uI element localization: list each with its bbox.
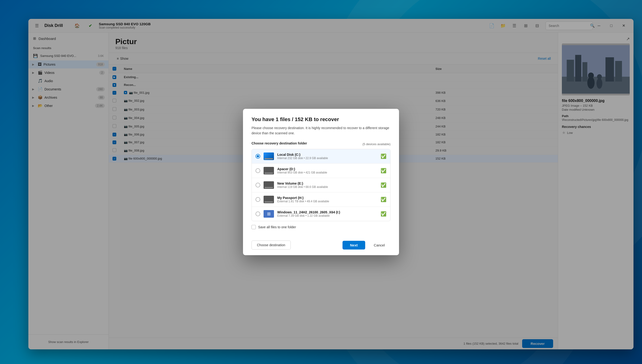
device-radio-2[interactable]	[256, 183, 260, 188]
device-radio-1[interactable]	[256, 168, 260, 173]
device-info-0: Local Disk (C:) Internal 232 GB disk • 2…	[277, 153, 377, 160]
modal-actions: Next Cancel	[342, 241, 390, 250]
device-radio-3[interactable]	[256, 197, 260, 202]
device-detail-2: Internal 119 GB disk • 68.6 GB available	[277, 185, 377, 188]
device-item-new-volume-e[interactable]: New Volume (E:) Internal 119 GB disk • 6…	[252, 178, 390, 192]
device-detail-3: External 1.81 TB disk • 49.4 GB availabl…	[277, 200, 377, 203]
save-one-folder-row: Save all files to one folder	[252, 221, 390, 231]
device-detail-1: Internal 953 GB disk • 421 GB available	[277, 171, 377, 174]
device-ok-icon-4: ✅	[380, 211, 386, 217]
device-item-my-passport-h[interactable]: My Passport (H:) External 1.81 TB disk •…	[252, 192, 390, 207]
device-ok-icon-2: ✅	[380, 182, 386, 188]
modal-devices-count: (5 devices available)	[362, 142, 390, 146]
device-ok-icon-1: ✅	[380, 168, 386, 174]
devices-list: Local Disk (C:) Internal 232 GB disk • 2…	[252, 149, 390, 221]
device-name-4: Windows_11_24H2_26100_2605_X64 (I:)	[277, 210, 377, 214]
device-info-2: New Volume (E:) Internal 119 GB disk • 6…	[277, 182, 377, 188]
save-one-folder-label: Save all files to one folder	[258, 225, 296, 229]
device-radio-4[interactable]	[256, 212, 260, 216]
device-item-local-c[interactable]: Local Disk (C:) Internal 232 GB disk • 2…	[252, 149, 390, 164]
device-name-3: My Passport (H:)	[277, 196, 377, 200]
modal-overlay: You have 1 files / 152 KB to recover Ple…	[0, 0, 642, 364]
device-info-4: Windows_11_24H2_26100_2605_X64 (I:) Exte…	[277, 210, 377, 218]
device-icon-apacer-d	[264, 167, 274, 174]
device-name-0: Local Disk (C:)	[277, 153, 377, 156]
device-name-2: New Volume (E:)	[277, 182, 377, 185]
device-icon-my-passport-h	[264, 196, 274, 203]
cancel-button[interactable]: Cancel	[368, 241, 390, 250]
device-item-windows-usb-i[interactable]: ⊞ Windows_11_24H2_26100_2605_X64 (I:) Ex…	[252, 207, 390, 221]
choose-destination-button[interactable]: Choose destination	[252, 240, 291, 250]
device-detail-4: External 7.39 GB disk • 1.22 GB availabl…	[277, 214, 377, 218]
device-icon-new-volume-e	[264, 181, 274, 189]
recovery-destination-modal: You have 1 files / 152 KB to recover Ple…	[243, 109, 399, 256]
device-item-apacer-d[interactable]: Apacer (D:) Internal 953 GB disk • 421 G…	[252, 164, 390, 178]
device-name-1: Apacer (D:)	[277, 167, 377, 171]
device-icon-local-c	[264, 152, 274, 160]
modal-description: Please choose recovery destination. It i…	[252, 125, 390, 136]
modal-section-title: Choose recovery destination folder	[252, 142, 307, 145]
next-button[interactable]: Next	[342, 241, 365, 250]
device-radio-0[interactable]	[256, 154, 260, 159]
device-info-3: My Passport (H:) External 1.81 TB disk •…	[277, 196, 377, 203]
modal-title: You have 1 files / 152 KB to recover	[252, 116, 390, 122]
save-one-folder-checkbox[interactable]	[252, 225, 256, 229]
modal-footer: Choose destination Next Cancel	[243, 237, 399, 255]
device-detail-0: Internal 232 GB disk • 22.9 GB available	[277, 156, 377, 160]
device-ok-icon-3: ✅	[380, 197, 386, 202]
device-info-1: Apacer (D:) Internal 953 GB disk • 421 G…	[277, 167, 377, 174]
device-icon-windows-usb-i: ⊞	[264, 210, 274, 218]
device-ok-icon-0: ✅	[380, 154, 386, 159]
